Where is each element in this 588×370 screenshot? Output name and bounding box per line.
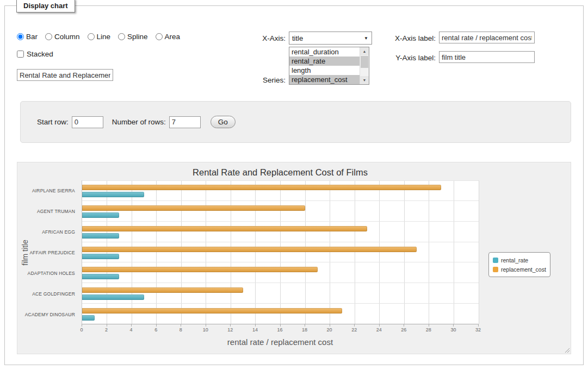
grid-line-horizontal xyxy=(82,221,479,222)
chart-type-option-line[interactable]: Line xyxy=(88,33,111,41)
x-axis-ticks: 02468101214161820222426283032 xyxy=(82,324,479,333)
listbox-scrollbar[interactable]: ▲ ▼ xyxy=(360,47,369,84)
grid-line-vertical xyxy=(132,180,132,324)
radio-label-spline: Spline xyxy=(127,33,148,41)
series-listbox[interactable]: rental_durationrental_ratelengthreplacem… xyxy=(289,47,369,85)
row-controls-panel: Start row: Number of rows: Go xyxy=(20,101,571,143)
x-tick-label: 22 xyxy=(351,327,357,333)
series-listbox-label: Series: xyxy=(239,76,286,84)
grid-line-horizontal xyxy=(82,200,479,201)
radio-spline[interactable] xyxy=(118,33,125,40)
bar-rental_rate xyxy=(82,294,144,300)
axis-tick xyxy=(156,324,157,327)
scroll-up-button[interactable]: ▲ xyxy=(360,47,369,55)
x-axis-title: rental rate / replacement cost xyxy=(82,337,479,347)
start-row-label: Start row: xyxy=(37,118,69,126)
legend-item-replacement_cost[interactable]: replacement_cost xyxy=(493,265,546,274)
grid-line-vertical xyxy=(330,180,330,324)
chart-title: Rental Rate and Replacement Cost of Film… xyxy=(82,167,479,178)
category-labels: AIRPLANE SIERRAAGENT TRUMANAFRICAN EGGAF… xyxy=(17,180,78,324)
chart-container: Rental Rate and Replacement Cost of Film… xyxy=(17,162,571,354)
chart-type-option-column[interactable]: Column xyxy=(45,33,80,41)
chart-type-option-spline[interactable]: Spline xyxy=(118,33,148,41)
chevron-down-icon: ▼ xyxy=(364,36,368,41)
x-axis-selected-value: title xyxy=(292,34,303,42)
bar-replacement_cost xyxy=(82,267,318,272)
x-axis-select[interactable]: title ▼ xyxy=(289,32,372,45)
radio-area[interactable] xyxy=(156,33,163,40)
grid-line-horizontal xyxy=(82,262,479,262)
grid-line-vertical xyxy=(107,180,107,324)
go-button[interactable]: Go xyxy=(211,116,236,128)
panel-legend: Display chart xyxy=(16,0,75,12)
category-label: ADAPTATION HOLES xyxy=(28,271,75,276)
legend-label-replacement_cost: replacement_cost xyxy=(501,266,546,273)
x-tick-label: 24 xyxy=(376,327,382,333)
x-tick-label: 10 xyxy=(203,327,208,333)
number-of-rows-input[interactable] xyxy=(169,116,201,128)
scroll-down-button[interactable]: ▼ xyxy=(360,76,369,84)
series-options: rental_durationrental_ratelengthreplacem… xyxy=(289,47,360,84)
x-tick-label: 32 xyxy=(475,327,481,333)
grid-line-vertical xyxy=(379,180,380,324)
axis-tick xyxy=(280,324,281,327)
x-tick-label: 18 xyxy=(302,327,307,333)
x-tick-label: 28 xyxy=(426,327,431,333)
category-label: ACADEMY DINOSAUR xyxy=(25,312,75,317)
chart-type-option-bar[interactable]: Bar xyxy=(17,33,38,41)
stacked-checkbox-row[interactable]: Stacked xyxy=(17,50,53,58)
series-option-replacement_cost[interactable]: replacement_cost xyxy=(289,75,360,84)
chart-type-option-area[interactable]: Area xyxy=(156,33,181,41)
category-label: AFFAIR PREJUDICE xyxy=(30,250,76,255)
axis-tick xyxy=(330,324,330,327)
legend-label-rental_rate: rental_rate xyxy=(501,257,528,264)
grid-line-vertical xyxy=(280,180,281,324)
axis-tick xyxy=(230,324,231,327)
axis-tick xyxy=(354,324,355,327)
radio-label-line: Line xyxy=(97,33,111,41)
x-tick-label: 6 xyxy=(154,327,157,333)
bar-rental_rate xyxy=(82,212,119,218)
grid-line-vertical xyxy=(231,180,231,324)
bar-replacement_cost xyxy=(82,226,367,231)
chart-type-radio-group: BarColumnLineSplineArea xyxy=(17,33,180,41)
radio-label-area: Area xyxy=(165,33,181,41)
axis-tick xyxy=(206,324,206,327)
display-chart-panel: Display chart BarColumnLineSplineArea St… xyxy=(4,5,584,365)
grid-line-vertical xyxy=(156,180,157,324)
bar-rental_rate xyxy=(82,315,95,321)
start-row-input[interactable] xyxy=(72,116,103,128)
axis-tick xyxy=(453,324,454,327)
series-option-rental_duration[interactable]: rental_duration xyxy=(289,47,360,57)
chart-title-input[interactable] xyxy=(17,69,113,81)
grid-line-vertical xyxy=(181,180,182,324)
grid-line-vertical xyxy=(454,180,454,324)
grid-line-horizontal xyxy=(82,283,479,283)
axis-tick xyxy=(305,324,305,327)
grid-line-vertical xyxy=(429,180,429,324)
resize-handle[interactable] xyxy=(563,346,570,353)
series-option-rental_rate[interactable]: rental_rate xyxy=(289,57,360,66)
grid-line-vertical xyxy=(404,180,405,324)
y-axis-label-input[interactable] xyxy=(439,51,535,63)
radio-line[interactable] xyxy=(88,33,95,40)
bar-rental_rate xyxy=(82,274,119,279)
bar-replacement_cost xyxy=(82,308,342,313)
x-tick-label: 26 xyxy=(401,327,406,333)
grid-line-vertical xyxy=(305,180,306,324)
radio-column[interactable] xyxy=(45,33,52,40)
series-option-length[interactable]: length xyxy=(289,66,360,75)
stacked-checkbox[interactable] xyxy=(17,51,24,58)
axis-tick xyxy=(82,324,82,327)
scrollbar-thumb[interactable] xyxy=(361,56,368,68)
number-of-rows-label: Number of rows: xyxy=(112,118,166,126)
legend-swatch-rental_rate xyxy=(493,258,498,263)
x-axis-label-input[interactable] xyxy=(439,32,535,43)
category-label: AIRPLANE SIERRA xyxy=(32,188,75,193)
radio-bar[interactable] xyxy=(17,33,24,40)
y-axis-label-label: Y-Axis label: xyxy=(386,54,436,62)
grid-line-horizontal xyxy=(82,303,479,304)
legend-item-rental_rate[interactable]: rental_rate xyxy=(493,255,546,265)
x-axis-select-label: X-Axis: xyxy=(239,34,286,42)
category-label: ACE GOLDFINGER xyxy=(32,291,75,297)
